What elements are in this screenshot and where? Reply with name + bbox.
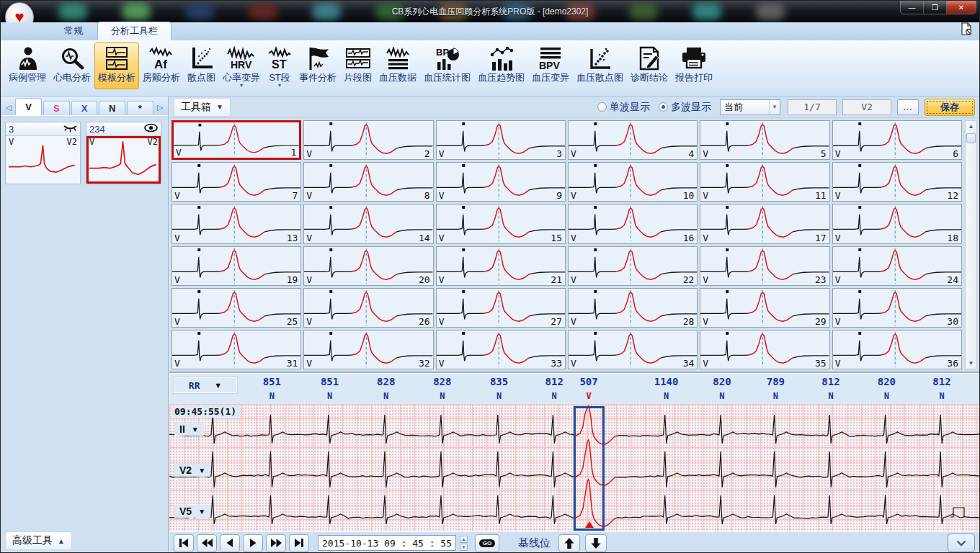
template-beat-cell[interactable]: V 28 <box>568 288 698 328</box>
template-beat-cell[interactable]: V 32 <box>303 330 433 369</box>
spinner-down-icon[interactable]: ▼ <box>460 544 468 551</box>
template-beat-cell[interactable]: V 29 <box>700 288 829 328</box>
template-beat-cell[interactable]: V 21 <box>436 246 566 286</box>
template-beat-cell[interactable]: V 16 <box>568 204 698 243</box>
template-beat-cell[interactable]: V 23 <box>700 246 829 286</box>
range-select[interactable]: 当前 ▼ <box>720 99 780 115</box>
save-button[interactable]: 保存 <box>925 99 975 116</box>
ribbon-tool-print[interactable]: 报告打印 <box>672 42 716 89</box>
template-beat-cell[interactable]: V 35 <box>700 330 829 369</box>
ribbon-tool-bp-trend[interactable]: 血压趋势图 <box>474 42 528 89</box>
template-beat-cell[interactable]: V 3 <box>436 120 566 160</box>
beat-class-tab-V[interactable]: V <box>15 98 42 115</box>
ribbon-tool-bp-data[interactable]: 血压数据 <box>375 42 420 89</box>
tab-scroll-right-icon[interactable]: ▷ <box>154 103 166 115</box>
template-thumbnail-3[interactable]: 3VV2 <box>5 122 81 184</box>
close-document-icon[interactable] <box>961 22 972 38</box>
template-beat-cell[interactable]: V 11 <box>700 162 829 202</box>
template-beat-cell[interactable]: V 6 <box>832 120 962 160</box>
beat-class-tab-N[interactable]: N <box>99 101 125 115</box>
close-button[interactable]: ✕ <box>947 1 976 14</box>
baseline-up-button[interactable] <box>558 534 580 552</box>
minimize-button[interactable]: — <box>901 1 924 14</box>
ribbon-tool-event-flag[interactable]: 事件分析 <box>295 42 340 89</box>
tab-general[interactable]: 常规 <box>51 22 96 40</box>
template-beat-cell[interactable]: V 18 <box>832 204 962 243</box>
previous-beat-button[interactable] <box>220 534 240 552</box>
ribbon-tool-bp-stats[interactable]: BP血压统计图 <box>420 42 474 89</box>
template-beat-cell[interactable]: V 4 <box>568 120 698 160</box>
tab-analysis-toolbar[interactable]: 分析工具栏 <box>97 22 172 40</box>
template-beat-cell[interactable]: V 24 <box>832 246 962 286</box>
spinner-up-icon[interactable]: ▲ <box>460 536 468 543</box>
template-beat-cell[interactable]: V 34 <box>568 330 698 369</box>
ribbon-tool-template[interactable]: 模板分析 <box>94 42 139 89</box>
beat-class-tab-X[interactable]: X <box>71 101 98 115</box>
scroll-down-icon[interactable]: ▼ <box>966 358 976 369</box>
beat-class-tab-star[interactable]: * <box>127 101 153 115</box>
beat-class-tab-S[interactable]: S <box>43 101 70 115</box>
lead-selector-II[interactable]: II▼ <box>174 423 204 436</box>
single-wave-radio[interactable]: 单波显示 <box>597 101 650 114</box>
template-beat-cell[interactable]: V 14 <box>303 204 433 243</box>
ribbon-tool-hrv[interactable]: HRV心率变异▾ <box>219 42 264 89</box>
ribbon-tool-diagnosis[interactable]: 诊断结论 <box>627 42 672 89</box>
multi-wave-radio[interactable]: 多波显示 <box>659 101 711 114</box>
template-thumbnail-234[interactable]: 234VV2 <box>86 122 161 184</box>
template-beat-cell[interactable]: V 2 <box>303 120 433 160</box>
first-beat-button[interactable] <box>174 534 194 552</box>
scroll-up-icon[interactable]: ▲ <box>966 121 976 132</box>
ribbon-tool-patient[interactable]: 病例管理 <box>5 42 50 89</box>
advanced-tools-button[interactable]: 高级工具▲ <box>5 531 72 550</box>
scroll-thumb[interactable] <box>966 133 976 143</box>
thumbnail-waveform[interactable]: VV2 <box>6 136 80 184</box>
toolbox-button[interactable]: 工具箱▼ <box>174 98 231 117</box>
template-beat-cell[interactable]: V 19 <box>172 246 301 286</box>
thumbnail-waveform[interactable]: VV2 <box>86 136 161 184</box>
next-beat-button[interactable] <box>243 534 263 552</box>
grid-scrollbar[interactable]: ▲ ▼ <box>965 120 977 369</box>
template-beat-cell[interactable]: V 20 <box>303 246 433 286</box>
tab-scroll-left-icon[interactable]: ◁ <box>2 103 14 115</box>
template-beat-cell[interactable]: V 27 <box>436 288 566 328</box>
lead-selector-V2[interactable]: V2▼ <box>174 464 210 477</box>
template-beat-cell[interactable]: V 10 <box>568 162 698 202</box>
selected-beat-box[interactable] <box>574 406 605 531</box>
ecg-strip[interactable]: 09:45:55(1) II▼V2▼V5▼ <box>169 404 979 531</box>
fast-forward-button[interactable] <box>266 534 286 552</box>
template-beat-cell[interactable]: V 30 <box>832 288 962 328</box>
template-beat-cell[interactable]: V 7 <box>172 162 301 202</box>
rr-mode-button[interactable]: RR ▼ <box>174 377 237 393</box>
baseline-down-button[interactable] <box>585 534 607 552</box>
template-beat-cell[interactable]: V 1 <box>172 120 301 160</box>
template-beat-cell[interactable]: V 15 <box>436 204 566 243</box>
fast-backward-button[interactable] <box>197 534 217 552</box>
ribbon-tool-af[interactable]: Af房颤分析 <box>139 42 184 89</box>
ribbon-tool-st[interactable]: STST段▾ <box>264 42 295 89</box>
template-beat-cell[interactable]: V 33 <box>436 330 566 369</box>
template-beat-cell[interactable]: V 12 <box>832 162 962 202</box>
datetime-field[interactable]: 2015-10-13 09 : 45 : 55 <box>318 535 456 551</box>
ribbon-tool-bp-scatter[interactable]: 血压散点图 <box>573 42 627 89</box>
ribbon-tool-scatter[interactable]: 散点图 <box>184 42 219 89</box>
template-beat-cell[interactable]: V 17 <box>700 204 829 243</box>
lead-selector-V5[interactable]: V5▼ <box>174 505 210 518</box>
last-beat-button[interactable] <box>289 534 309 552</box>
more-button[interactable]: ... <box>897 99 919 115</box>
ribbon-tool-strips[interactable]: 片段图 <box>340 42 375 89</box>
template-beat-cell[interactable]: V 36 <box>832 330 962 369</box>
ribbon-tool-bpv[interactable]: BPV血压变异 <box>528 42 573 89</box>
ribbon-tool-ecg-search[interactable]: 心电分析 <box>50 42 94 89</box>
template-beat-cell[interactable]: V 31 <box>172 330 301 369</box>
template-beat-cell[interactable]: V 5 <box>700 120 829 160</box>
template-beat-cell[interactable]: V 22 <box>568 246 698 286</box>
template-beat-cell[interactable]: V 8 <box>303 162 433 202</box>
restore-button[interactable]: ❐ <box>924 1 947 14</box>
template-beat-cell[interactable]: V 13 <box>172 204 301 243</box>
template-beat-cell[interactable]: V 25 <box>172 288 301 328</box>
go-button[interactable]: GO <box>475 534 499 552</box>
eye-open-icon[interactable] <box>144 122 158 135</box>
panel-collapse-button[interactable] <box>948 534 975 552</box>
eye-closed-icon[interactable] <box>63 122 77 135</box>
template-beat-cell[interactable]: V 9 <box>436 162 566 202</box>
